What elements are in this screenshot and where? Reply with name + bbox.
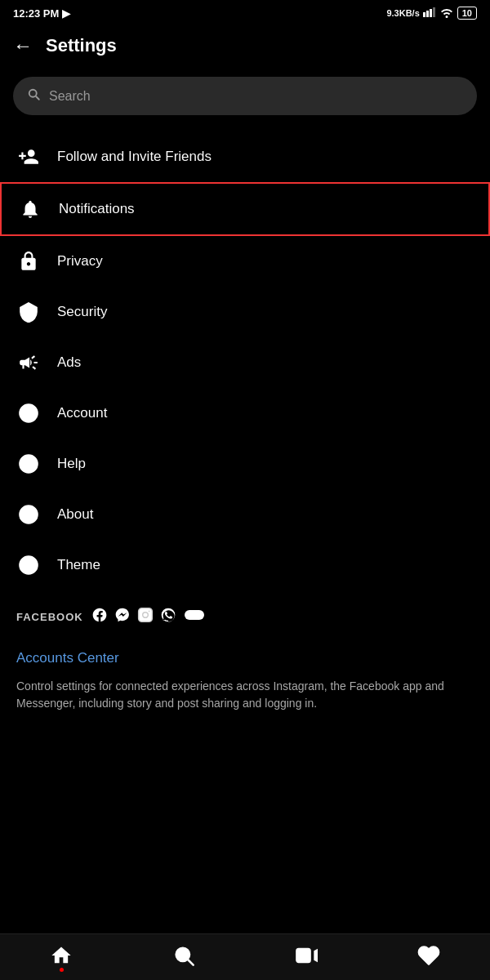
ads-label: Ads <box>57 354 81 371</box>
accounts-center-link[interactable]: Accounts Center <box>0 647 490 675</box>
svg-point-18 <box>31 563 33 565</box>
instagram-icon <box>137 607 154 627</box>
follow-label: Follow and Invite Friends <box>57 149 212 165</box>
person-add-icon <box>16 145 41 169</box>
nav-arrow-icon: ▶ <box>62 7 70 20</box>
signal-icons <box>423 7 436 19</box>
status-time-area: 12:23 PM ▶ <box>13 7 70 20</box>
whatsapp-icon <box>160 607 176 627</box>
time-display: 12:23 PM <box>13 7 59 20</box>
svg-point-22 <box>148 611 149 612</box>
search-placeholder: Search <box>49 89 91 104</box>
status-right-area: 9.3KB/s 10 <box>386 7 477 20</box>
nav-home[interactable] <box>50 944 73 967</box>
svg-point-17 <box>28 560 30 563</box>
svg-rect-0 <box>423 12 425 17</box>
svg-rect-2 <box>430 9 432 17</box>
battery-display: 10 <box>457 7 477 20</box>
bottom-nav <box>0 933 490 980</box>
menu-item-help[interactable]: Help <box>0 439 490 489</box>
lock-icon <box>16 249 41 274</box>
person-circle-icon <box>16 401 41 425</box>
nav-video[interactable] <box>295 944 318 967</box>
nav-search[interactable] <box>172 944 195 967</box>
account-label: Account <box>57 405 107 421</box>
accounts-description: Control settings for connected experienc… <box>0 675 490 728</box>
shield-icon <box>16 300 41 324</box>
facebook-icons-row <box>91 607 206 627</box>
facebook-brand-text: FACEBOOK <box>16 611 83 623</box>
svg-point-21 <box>142 612 148 618</box>
svg-point-16 <box>24 563 26 565</box>
about-label: About <box>57 506 93 523</box>
nav-heart[interactable] <box>417 944 440 967</box>
svg-marker-27 <box>314 949 318 962</box>
search-icon <box>26 87 41 105</box>
facebook-icon <box>91 607 108 627</box>
menu-item-account[interactable]: Account <box>0 388 490 439</box>
svg-rect-26 <box>296 949 310 962</box>
search-bar[interactable]: Search <box>13 77 477 115</box>
help-label: Help <box>57 456 86 472</box>
notifications-label: Notifications <box>59 201 135 217</box>
theme-label: Theme <box>57 557 100 573</box>
megaphone-icon <box>16 350 41 375</box>
svg-point-15 <box>20 556 38 574</box>
facebook-label-row: FACEBOOK <box>16 607 474 627</box>
info-circle-icon <box>16 502 41 527</box>
lifebuoy-icon <box>16 452 41 476</box>
svg-rect-23 <box>185 610 204 620</box>
menu-item-ads[interactable]: Ads <box>0 337 490 388</box>
facebook-section: FACEBOOK <box>0 590 490 647</box>
palette-icon <box>16 553 41 577</box>
svg-point-5 <box>26 408 32 414</box>
threads-icon <box>183 608 206 626</box>
bell-icon <box>18 197 42 221</box>
page-header: ← Settings <box>0 26 490 70</box>
wifi-icon <box>439 7 454 20</box>
svg-rect-1 <box>426 11 429 17</box>
status-bar: 12:23 PM ▶ 9.3KB/s 10 <box>0 0 490 26</box>
menu-item-privacy[interactable]: Privacy <box>0 236 490 287</box>
menu-item-notifications[interactable]: Notifications <box>0 182 490 236</box>
page-title: Settings <box>46 35 117 56</box>
messenger-icon <box>114 607 131 627</box>
menu-item-theme[interactable]: Theme <box>0 540 490 590</box>
menu-item-security[interactable]: Security <box>0 287 490 337</box>
security-label: Security <box>57 304 107 320</box>
svg-rect-3 <box>433 7 435 17</box>
menu-item-follow[interactable]: Follow and Invite Friends <box>0 131 490 182</box>
menu-item-about[interactable]: About <box>0 489 490 540</box>
menu-list: Follow and Invite Friends Notifications … <box>0 131 490 590</box>
privacy-label: Privacy <box>57 253 103 270</box>
svg-point-7 <box>25 461 33 468</box>
speed-display: 9.3KB/s <box>386 8 419 18</box>
back-button[interactable]: ← <box>13 34 33 57</box>
home-notification-dot <box>60 968 64 972</box>
svg-line-25 <box>188 960 193 964</box>
